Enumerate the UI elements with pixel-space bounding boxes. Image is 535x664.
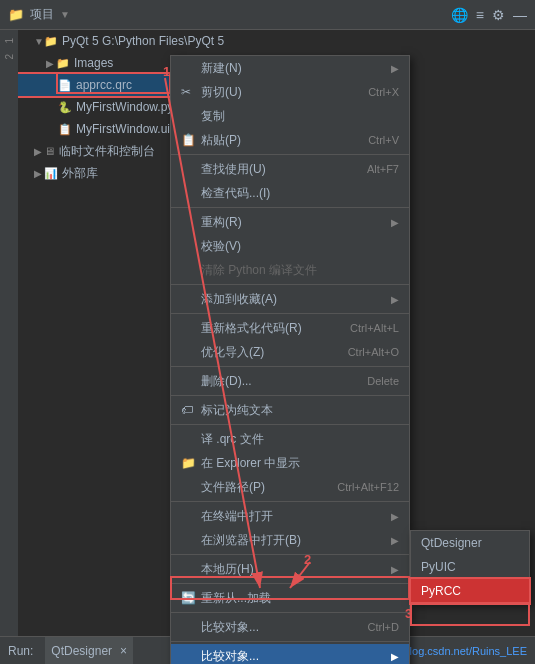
status-run: Run:: [8, 644, 33, 658]
left-tabs: 1 2: [0, 30, 18, 636]
sep-10: [171, 583, 409, 584]
chevron-down-icon: ▼: [60, 9, 70, 20]
menu-external-tools[interactable]: 比较对象... ▶: [171, 644, 409, 664]
extlib-label: 外部库: [62, 165, 98, 182]
menu-cut[interactable]: ✂剪切(U) Ctrl+X: [171, 80, 409, 104]
paste-icon: 📋: [181, 133, 195, 147]
menu-show-explorer[interactable]: 📁在 Explorer 中显示: [171, 451, 409, 475]
root-label: PyQt 5 G:\Python Files\PyQt 5: [62, 34, 224, 48]
folder-icon: 📁: [8, 7, 24, 22]
submenu-qtdesigner[interactable]: QtDesigner: [411, 531, 529, 555]
expand-arrow-temp: ▶: [34, 146, 44, 157]
badge-2: 2: [304, 552, 311, 567]
sep-6: [171, 395, 409, 396]
sep-4: [171, 313, 409, 314]
extlib-icon: 📊: [44, 167, 58, 180]
close-icon[interactable]: ×: [120, 644, 127, 658]
tag-icon: 🏷: [181, 403, 195, 417]
expand-arrow: ▼: [34, 36, 44, 47]
badge-3: 3: [405, 606, 412, 621]
menu-optimize-import[interactable]: 优化导入(Z) Ctrl+Alt+O: [171, 340, 409, 364]
images-folder-icon: 📁: [56, 57, 70, 70]
submenu-pyrcc[interactable]: PyRCC: [411, 579, 529, 603]
expand-arrow-extlib: ▶: [34, 168, 44, 179]
tree-root[interactable]: ▼ 📁 PyQt 5 G:\Python Files\PyQt 5: [18, 30, 263, 52]
menu-refactor[interactable]: 重构(R) ▶: [171, 210, 409, 234]
external-tools-label: 比较对象...: [201, 648, 259, 665]
menu-add-favorite[interactable]: 添加到收藏(A) ▶: [171, 287, 409, 311]
menu-compare[interactable]: 比较对象... Ctrl+D: [171, 615, 409, 639]
images-label: Images: [74, 56, 113, 70]
menu-paste[interactable]: 📋粘贴(P) Ctrl+V: [171, 128, 409, 152]
menu-clean-pyc: 清除 Python 编译文件: [171, 258, 409, 282]
qtdesigner-label: QtDesigner: [421, 536, 482, 550]
explorer-icon: 📁: [181, 456, 195, 470]
sep-2: [171, 207, 409, 208]
menu-validate[interactable]: 校验(V): [171, 234, 409, 258]
expand-arrow-images: ▶: [46, 58, 56, 69]
ui-file-icon: 📋: [58, 123, 72, 136]
temp-label: 临时文件和控制台: [59, 143, 155, 160]
arrow-browser: ▶: [391, 535, 399, 546]
menu-find-usage[interactable]: 查找使用(U) Alt+F7: [171, 157, 409, 181]
arrow-fav: ▶: [391, 294, 399, 305]
toolbar-title: 项目: [30, 6, 54, 23]
menu-delete[interactable]: 删除(D)... Delete: [171, 369, 409, 393]
minimize-icon[interactable]: —: [513, 7, 527, 23]
context-menu: 新建(N) ▶ ✂剪切(U) Ctrl+X 复制 📋粘贴(P) Ctrl+V 查…: [170, 55, 410, 664]
equalizer-icon[interactable]: ≡: [476, 7, 484, 23]
menu-local-history[interactable]: 本地历(H) ▶: [171, 557, 409, 581]
gear-icon[interactable]: ⚙: [492, 7, 505, 23]
sep-1: [171, 154, 409, 155]
menu-reload[interactable]: 🔄重新从...加载: [171, 586, 409, 610]
badge-1: 1: [163, 64, 170, 79]
rc-file-icon: 📄: [58, 79, 72, 92]
left-tab-2[interactable]: 2: [2, 50, 17, 64]
menu-translate-qrc[interactable]: 译 .qrc 文件: [171, 427, 409, 451]
cut-icon: ✂: [181, 85, 195, 99]
arrow-new: ▶: [391, 63, 399, 74]
menu-copy[interactable]: 复制: [171, 104, 409, 128]
project-folder-icon: 📁: [44, 35, 58, 48]
reload-icon: 🔄: [181, 591, 195, 605]
py-file-icon: 🐍: [58, 101, 72, 114]
arrow-history: ▶: [391, 564, 399, 575]
menu-file-path[interactable]: 文件路径(P) Ctrl+Alt+F12: [171, 475, 409, 499]
menu-reformat[interactable]: 重新格式化代码(R) Ctrl+Alt+L: [171, 316, 409, 340]
pyrcc-label: PyRCC: [421, 584, 461, 598]
myfirstwindow-py-label: MyFirstWindow.py: [76, 100, 173, 114]
toolbar-icons: 🌐 ≡ ⚙ —: [451, 7, 527, 23]
menu-inspect-code[interactable]: 检查代码...(I): [171, 181, 409, 205]
arrow-external: ▶: [391, 651, 399, 662]
run-label: Run:: [8, 644, 33, 658]
menu-mark-plain[interactable]: 🏷标记为纯文本: [171, 398, 409, 422]
status-designer[interactable]: QtDesigner ×: [45, 637, 133, 665]
sep-12: [171, 641, 409, 642]
pyrcc-highlight: [410, 602, 530, 626]
toolbar: 📁 项目 ▼ 🌐 ≡ ⚙ —: [0, 0, 535, 30]
menu-open-terminal[interactable]: 在终端中打开 ▶: [171, 504, 409, 528]
sep-5: [171, 366, 409, 367]
sep-3: [171, 284, 409, 285]
sep-11: [171, 612, 409, 613]
pyuic-label: PyUIC: [421, 560, 456, 574]
apprcc-label: apprcc.qrc: [76, 78, 132, 92]
left-tab-1[interactable]: 1: [2, 34, 17, 48]
designer-label: QtDesigner: [51, 644, 112, 658]
arrow-refactor: ▶: [391, 217, 399, 228]
myfirstwindow-ui-label: MyFirstWindow.ui: [76, 122, 170, 136]
menu-open-browser[interactable]: 在浏览器中打开(B) ▶: [171, 528, 409, 552]
temp-icon: 🖥: [44, 145, 55, 157]
arrow-terminal: ▶: [391, 511, 399, 522]
sep-7: [171, 424, 409, 425]
submenu: QtDesigner PyUIC PyRCC: [410, 530, 530, 604]
globe-icon[interactable]: 🌐: [451, 7, 468, 23]
ide-container: 📁 项目 ▼ 🌐 ≡ ⚙ — 1 2 ▼ 📁 PyQt 5 G:\Python …: [0, 0, 535, 664]
menu-new[interactable]: 新建(N) ▶: [171, 56, 409, 80]
sep-8: [171, 501, 409, 502]
submenu-pyuic[interactable]: PyUIC: [411, 555, 529, 579]
sep-9: [171, 554, 409, 555]
